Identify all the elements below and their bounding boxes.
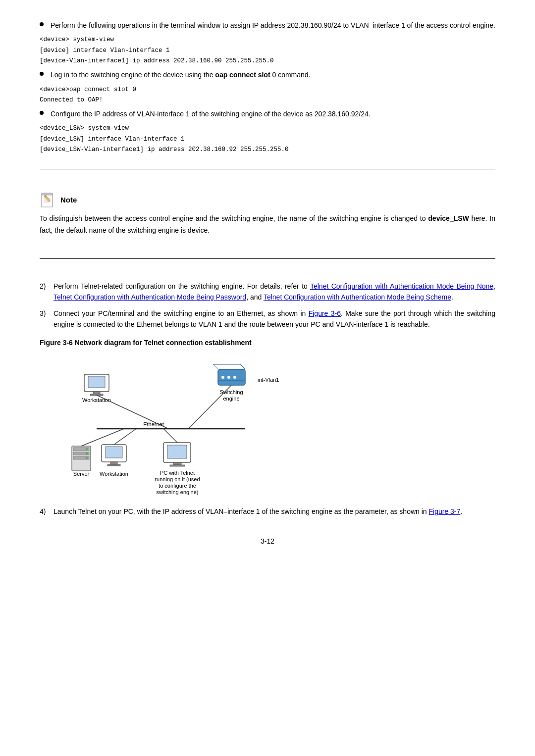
- numbered-content-4: Launch Telnet on your PC, with the IP ad…: [54, 506, 495, 517]
- server-label: Server: [73, 471, 90, 477]
- ethernet-label: Ethernet: [143, 421, 164, 427]
- link-figure-3-7[interactable]: Figure 3-7: [429, 507, 461, 515]
- numbered-num-3: 3): [40, 308, 54, 319]
- link-figure-3-6[interactable]: Figure 3-6: [309, 309, 341, 317]
- bullet-item-2: Log in to the switching engine of the de…: [40, 69, 495, 80]
- bullet-dot-3: [40, 111, 44, 115]
- svg-line-18: [213, 364, 218, 369]
- bullet-text-3-content: Configure the IP address of VLAN-interfa…: [51, 110, 371, 118]
- bullet-dot-2: [40, 72, 44, 76]
- svg-rect-1: [42, 193, 53, 195]
- svg-rect-32: [106, 447, 122, 458]
- numbered-2-connector-1: ,: [493, 282, 495, 290]
- numbered-2-period: .: [451, 293, 453, 301]
- pc-telnet-label-1: PC with Telnet: [160, 470, 195, 476]
- numbered-item-4: 4) Launch Telnet on your PC, with the IP…: [40, 506, 495, 517]
- page-number: 3-12: [40, 537, 495, 545]
- numbered-content-3: Connect your PC/terminal and the switchi…: [54, 308, 495, 330]
- figure-section: Figure 3-6 Network diagram for Telnet co…: [40, 339, 495, 498]
- note-text-before: To distinguish between the access contro…: [40, 214, 428, 222]
- bullet-item-3: Configure the IP address of VLAN-interfa…: [40, 108, 495, 119]
- divider-bottom: [40, 258, 495, 259]
- svg-rect-9: [88, 376, 105, 388]
- numbered-4-after: .: [460, 507, 462, 515]
- svg-line-22: [188, 385, 231, 429]
- code-block-2: <device>oap connect slot 0 Connected to …: [40, 85, 495, 106]
- switching-engine-label2: engine: [223, 396, 239, 402]
- pc-telnet-label-4: switching engine): [157, 489, 199, 495]
- svg-line-39: [81, 429, 124, 446]
- workstation-bottom-label: Workstation: [100, 471, 128, 477]
- numbered-item-3: 3) Connect your PC/terminal and the swit…: [40, 308, 495, 330]
- svg-point-29: [86, 453, 88, 454]
- numbered-2-connector-2: , and: [246, 293, 264, 301]
- switching-engine-label: Switching: [219, 389, 243, 395]
- numbered-num-4: 4): [40, 506, 54, 517]
- link-telnet-scheme[interactable]: Telnet Configuration with Authentication…: [264, 293, 451, 301]
- note-label: Note: [60, 196, 77, 204]
- svg-rect-10: [93, 392, 100, 394]
- note-box: Note To distinguish between the access c…: [40, 183, 495, 245]
- svg-point-16: [233, 376, 236, 379]
- bullet-text-2-bold: oap connect slot: [215, 71, 270, 79]
- numbered-num-2: 2): [40, 281, 54, 292]
- link-telnet-none[interactable]: Telnet Configuration with Authentication…: [310, 282, 493, 290]
- numbered-2-before: Perform Telnet-related configuration on …: [54, 282, 310, 290]
- bullet-text-3: Configure the IP address of VLAN-interfa…: [51, 108, 495, 119]
- svg-rect-38: [170, 465, 185, 466]
- link-telnet-password[interactable]: Telnet Configuration with Authentication…: [54, 293, 246, 301]
- network-diagram: Workstation Switching engine int-Vlan1 E…: [54, 354, 302, 498]
- numbered-4-before: Launch Telnet on your PC, with the IP ad…: [54, 507, 429, 515]
- pc-telnet-label-3: to configure the: [159, 483, 196, 489]
- bullet-text-2-after: 0 command.: [270, 71, 311, 79]
- bullet-text-1: Perform the following operations in the …: [51, 20, 495, 31]
- svg-point-28: [86, 448, 88, 450]
- bullet-dot-1: [40, 22, 44, 26]
- note-text-bold: device_LSW: [428, 214, 469, 222]
- bullet-text-2: Log in to the switching engine of the de…: [51, 69, 495, 80]
- svg-rect-34: [107, 464, 120, 466]
- svg-line-21: [240, 364, 245, 369]
- note-header: Note: [40, 191, 495, 208]
- svg-rect-33: [110, 462, 117, 464]
- numbered-3-before: Connect your PC/terminal and the switchi…: [54, 309, 309, 317]
- svg-point-14: [221, 376, 224, 379]
- pc-telnet-label-2: running on it (used: [155, 476, 200, 482]
- int-vlan1-label: int-Vlan1: [258, 377, 279, 383]
- code-block-3: <device_LSW> system-view [device_LSW] in…: [40, 123, 495, 155]
- svg-line-41: [163, 429, 177, 443]
- bullet-text-1-content: Perform the following operations in the …: [51, 21, 495, 29]
- svg-rect-37: [173, 462, 181, 465]
- numbered-content-2: Perform Telnet-related configuration on …: [54, 281, 495, 303]
- bullet-text-2-before: Log in to the switching engine of the de…: [51, 71, 215, 79]
- svg-point-15: [227, 376, 230, 379]
- note-icon: [40, 191, 56, 208]
- svg-point-30: [86, 457, 88, 459]
- bullet-item-1: Perform the following operations in the …: [40, 20, 495, 31]
- svg-rect-0: [42, 194, 53, 207]
- note-text: To distinguish between the access contro…: [40, 213, 495, 237]
- divider-top: [40, 169, 495, 169]
- svg-rect-36: [167, 445, 187, 458]
- code-block-1: <device> system-view [device] interface …: [40, 35, 495, 66]
- numbered-item-2: 2) Perform Telnet-related configuration …: [40, 281, 495, 303]
- figure-caption: Figure 3-6 Network diagram for Telnet co…: [40, 339, 495, 347]
